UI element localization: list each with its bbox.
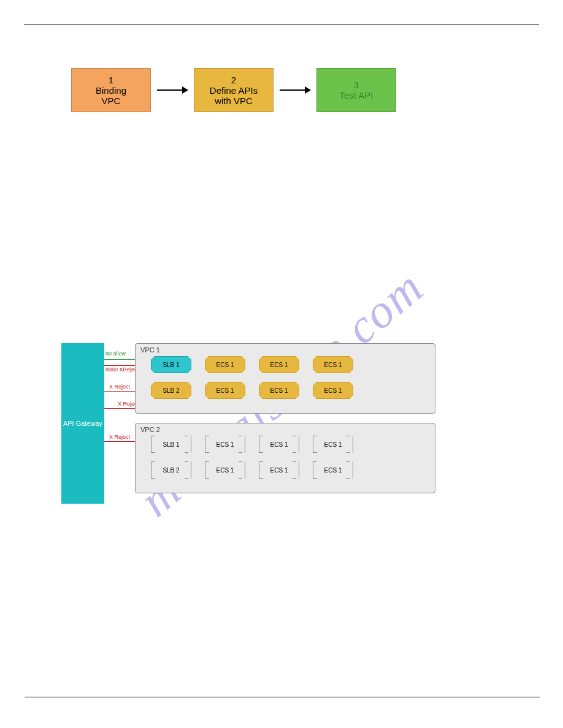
conn-reject-8080: 8080 XReject (105, 366, 139, 373)
flow-step-line1: Test API (339, 90, 373, 100)
flow-step-num: 1 (109, 75, 113, 85)
document-page: 1 Binding VPC 2 Define APIs with VPC 3 T… (0, 0, 563, 728)
arrow-icon (280, 89, 310, 91)
node-ecs: ECS 1 (259, 461, 299, 479)
arrow-icon (157, 89, 188, 91)
node-ecs: ECS 1 (259, 436, 299, 453)
bottom-rule (25, 697, 540, 697)
flow-step-line2: with VPC (215, 96, 253, 106)
flow-step-num: 2 (231, 75, 236, 85)
node-slb2: SLB 2 (151, 382, 191, 399)
node-ecs: ECS 1 (313, 356, 353, 373)
node-slb1: SLB 1 (151, 436, 191, 453)
flow-step-2: 2 Define APIs with VPC (194, 68, 274, 112)
flow-step-line1: Define APIs (210, 85, 258, 96)
api-gateway-box: API Gateway (61, 343, 104, 504)
node-ecs: ECS 1 (313, 461, 353, 479)
node-ecs: ECS 1 (205, 356, 245, 373)
node-ecs: ECS 1 (205, 436, 245, 453)
flow-step-num: 3 (354, 80, 359, 90)
node-ecs: ECS 1 (205, 461, 245, 479)
vpc-2-box: VPC 2 SLB 1 ECS 1 ECS 1 ECS 1 SLB 2 ECS … (135, 423, 435, 493)
api-gateway-label: API Gateway (63, 420, 102, 427)
conn-xreject-3: X Reject (109, 434, 130, 440)
top-rule (24, 25, 539, 25)
conn-xreject-1: X Reject (109, 384, 130, 390)
node-ecs: ECS 1 (205, 382, 245, 399)
node-ecs: ECS 1 (259, 356, 299, 373)
node-ecs: ECS 1 (313, 436, 353, 453)
flow-step-1: 1 Binding VPC (71, 68, 151, 112)
vpc-2-label: VPC 2 (140, 426, 160, 433)
node-ecs: ECS 1 (313, 382, 353, 399)
vpc-1-box: VPC 1 SLB 1 ECS 1 ECS 1 ECS 1 SLB 2 ECS … (135, 343, 435, 414)
conn-allow-80: 80 allow (105, 351, 126, 357)
vpc-1-label: VPC 1 (140, 346, 160, 354)
flow-step-line2: VPC (102, 96, 121, 106)
flow-step-line1: Binding (96, 85, 126, 96)
flow-diagram: 1 Binding VPC 2 Define APIs with VPC 3 T… (71, 68, 541, 112)
flow-step-3: 3 Test API (316, 68, 396, 112)
node-slb1: SLB 1 (151, 356, 191, 373)
node-slb2: SLB 2 (151, 461, 191, 479)
node-ecs: ECS 1 (259, 382, 299, 399)
